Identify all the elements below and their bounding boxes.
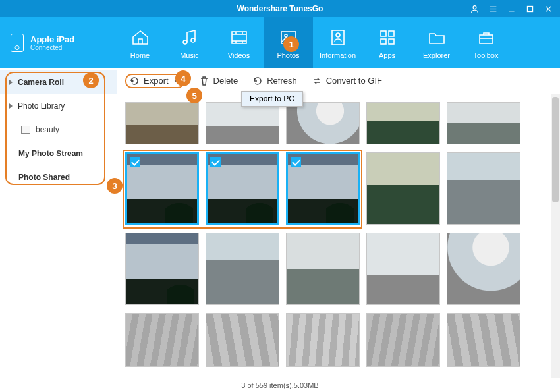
minimize-button[interactable] <box>502 1 520 16</box>
export-dropdown: Export to PC <box>241 91 303 107</box>
tablet-icon <box>11 34 24 52</box>
svg-point-20 <box>336 33 340 37</box>
sidebar-item-label: Camera Roll <box>18 78 64 87</box>
home-icon <box>129 26 152 49</box>
svg-rect-5 <box>527 6 532 11</box>
tab-explorer[interactable]: Explorer <box>412 17 461 68</box>
delete-label: Delete <box>213 76 238 86</box>
sidebar-item-photo-shared[interactable]: Photo Shared <box>0 165 117 189</box>
tab-videos[interactable]: Videos <box>214 17 264 68</box>
tab-music[interactable]: Music <box>165 17 214 68</box>
tab-photos[interactable]: Photos <box>264 17 313 68</box>
information-icon <box>327 26 349 49</box>
photo-thumbnail[interactable] <box>366 313 440 367</box>
window-controls <box>465 0 557 17</box>
sidebar-item-photo-library[interactable]: Photo Library <box>0 94 117 118</box>
photo-thumbnail[interactable] <box>206 233 279 305</box>
trash-icon <box>199 76 210 86</box>
svg-rect-21 <box>381 31 386 36</box>
scrollbar[interactable] <box>551 94 560 378</box>
photo-thumbnail[interactable] <box>125 102 199 144</box>
chevron-down-icon <box>174 80 178 82</box>
photo-grid <box>117 94 560 378</box>
tab-label: Explorer <box>423 51 450 59</box>
close-button[interactable] <box>539 1 557 16</box>
photo-thumbnail[interactable] <box>286 102 360 144</box>
photos-icon <box>277 26 300 49</box>
user-icon[interactable] <box>465 1 484 16</box>
explorer-icon <box>426 26 448 49</box>
tab-toolbox[interactable]: Toolbox <box>461 17 511 68</box>
sidebar-item-beauty[interactable]: beauty <box>0 118 117 142</box>
photo-thumbnail[interactable] <box>125 233 199 305</box>
photo-thumbnail[interactable] <box>125 313 199 367</box>
tab-information[interactable]: Information <box>313 17 362 68</box>
menu-icon[interactable] <box>484 1 502 16</box>
photo-thumbnail[interactable] <box>447 102 520 144</box>
check-icon <box>291 157 301 167</box>
tab-apps[interactable]: Apps <box>362 17 412 68</box>
title-bar: Wondershare TunesGo <box>0 0 560 17</box>
tab-label: Music <box>180 51 199 59</box>
delete-button[interactable]: Delete <box>199 76 238 86</box>
tab-label: Information <box>320 51 356 59</box>
export-label: Export <box>144 76 169 86</box>
convert-gif-button[interactable]: Convert to GIF <box>312 76 382 86</box>
photo-thumbnail[interactable] <box>206 102 279 144</box>
body: Camera Roll Photo Library beauty My Phot… <box>0 68 560 378</box>
videos-icon <box>228 26 250 49</box>
photo-thumbnail[interactable] <box>206 152 279 225</box>
image-icon <box>21 126 30 134</box>
svg-rect-25 <box>480 35 493 43</box>
tab-label: Videos <box>228 51 250 59</box>
svg-rect-17 <box>281 32 296 43</box>
svg-rect-23 <box>381 39 386 44</box>
main-area: Export Delete Refresh Convert to GIF Exp… <box>117 68 560 378</box>
status-bar: 3 of 559 item(s),5.03MB <box>0 378 560 392</box>
photo-thumbnail[interactable] <box>286 152 360 225</box>
photo-thumbnail[interactable] <box>286 313 360 367</box>
photo-thumbnail[interactable] <box>366 102 440 144</box>
refresh-icon <box>252 76 263 86</box>
tab-label: Apps <box>379 51 395 59</box>
refresh-button[interactable]: Refresh <box>252 76 297 86</box>
sidebar-item-label: My Photo Stream <box>18 149 83 158</box>
svg-rect-10 <box>232 32 246 43</box>
photo-thumbnail[interactable] <box>447 152 520 225</box>
refresh-label: Refresh <box>267 76 297 86</box>
device-info[interactable]: Apple iPad Connected <box>0 17 115 68</box>
photo-thumbnail[interactable] <box>366 233 440 305</box>
convert-icon <box>312 76 322 86</box>
photo-thumbnail[interactable] <box>286 233 360 305</box>
device-name: Apple iPad <box>30 34 74 44</box>
photo-thumbnail[interactable] <box>206 313 279 367</box>
convert-label: Convert to GIF <box>326 76 382 86</box>
photo-thumbnail[interactable] <box>366 152 440 225</box>
photo-thumbnail[interactable] <box>447 233 520 305</box>
maximize-button[interactable] <box>520 1 539 16</box>
photo-thumbnail[interactable] <box>447 313 520 367</box>
chevron-right-icon <box>9 103 13 109</box>
export-button[interactable]: Export <box>125 74 184 88</box>
export-to-pc-item[interactable]: Export to PC <box>242 92 302 106</box>
tab-home[interactable]: Home <box>115 17 165 68</box>
svg-point-0 <box>473 5 476 9</box>
tab-label: Home <box>130 51 150 59</box>
sidebar-item-label: beauty <box>36 125 59 134</box>
svg-rect-24 <box>389 39 394 44</box>
toolbox-icon <box>475 26 497 49</box>
device-status: Connected <box>30 44 74 51</box>
export-icon <box>129 76 140 86</box>
sidebar-item-label: Photo Library <box>18 101 65 111</box>
check-icon <box>210 157 221 167</box>
svg-rect-22 <box>389 31 394 36</box>
apps-icon <box>376 26 399 49</box>
toolbar: Export Delete Refresh Convert to GIF <box>117 68 560 94</box>
nav-tabs: Home Music Videos Photos Information App… <box>115 17 560 68</box>
sidebar-item-camera-roll[interactable]: Camera Roll <box>0 70 117 94</box>
photo-thumbnail[interactable] <box>125 152 199 225</box>
sidebar-item-label: Photo Shared <box>18 173 70 182</box>
sidebar-item-my-photo-stream[interactable]: My Photo Stream <box>0 142 117 165</box>
svg-point-18 <box>285 34 287 37</box>
music-icon <box>179 26 201 49</box>
